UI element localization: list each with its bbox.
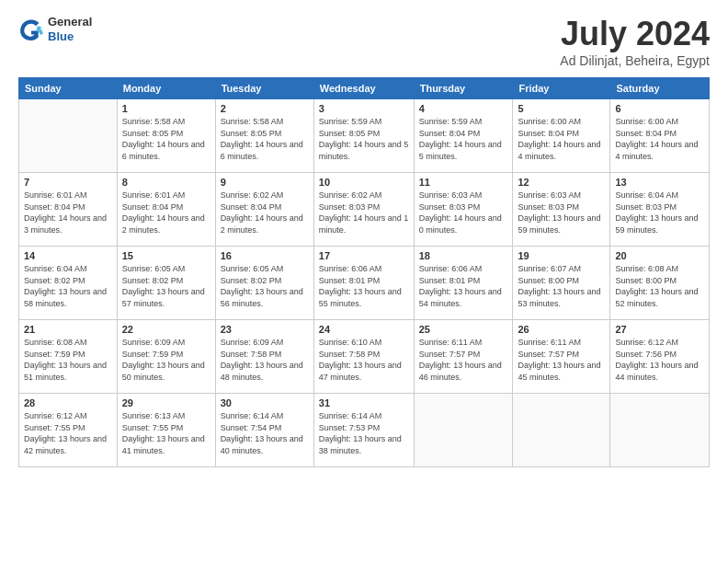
day-info: Sunrise: 6:08 AM Sunset: 8:00 PM Dayligh… [615, 263, 704, 309]
day-number: 16 [221, 250, 309, 261]
calendar-cell: 7Sunrise: 6:01 AM Sunset: 8:04 PM Daylig… [19, 173, 118, 247]
day-number: 13 [615, 177, 704, 188]
calendar-cell [414, 394, 513, 467]
day-number: 25 [419, 324, 508, 335]
calendar-cell: 19Sunrise: 6:07 AM Sunset: 8:00 PM Dayli… [513, 247, 610, 320]
logo: General Blue [18, 15, 92, 43]
calendar-cell: 17Sunrise: 6:06 AM Sunset: 8:01 PM Dayli… [313, 247, 414, 320]
day-number: 1 [122, 103, 210, 114]
col-sunday: Sunday [19, 78, 118, 99]
calendar-cell: 23Sunrise: 6:09 AM Sunset: 7:58 PM Dayli… [215, 320, 313, 394]
calendar-cell: 9Sunrise: 6:02 AM Sunset: 8:04 PM Daylig… [215, 173, 313, 247]
calendar-week-row: 7Sunrise: 6:01 AM Sunset: 8:04 PM Daylig… [19, 173, 710, 247]
day-number: 20 [615, 250, 704, 261]
day-number: 10 [319, 177, 409, 188]
day-number: 8 [122, 177, 210, 188]
logo-icon [18, 17, 44, 42]
page: General Blue July 2024 Ad Dilinjat, Behe… [0, 0, 728, 563]
month-title: July 2024 [560, 15, 710, 53]
day-number: 6 [615, 103, 704, 114]
title-section: July 2024 Ad Dilinjat, Beheira, Egypt [560, 15, 710, 68]
calendar-cell: 5Sunrise: 6:00 AM Sunset: 8:04 PM Daylig… [513, 99, 610, 173]
day-info: Sunrise: 6:01 AM Sunset: 8:04 PM Dayligh… [24, 190, 112, 236]
calendar-cell: 12Sunrise: 6:03 AM Sunset: 8:03 PM Dayli… [513, 173, 610, 247]
day-info: Sunrise: 6:00 AM Sunset: 8:04 PM Dayligh… [518, 116, 605, 162]
day-info: Sunrise: 5:58 AM Sunset: 8:05 PM Dayligh… [122, 116, 210, 162]
col-monday: Monday [117, 78, 215, 99]
calendar-cell: 28Sunrise: 6:12 AM Sunset: 7:55 PM Dayli… [19, 394, 118, 467]
calendar-cell: 4Sunrise: 5:59 AM Sunset: 8:04 PM Daylig… [414, 99, 513, 173]
calendar-cell: 29Sunrise: 6:13 AM Sunset: 7:55 PM Dayli… [117, 394, 215, 467]
day-info: Sunrise: 6:06 AM Sunset: 8:01 PM Dayligh… [419, 263, 508, 309]
col-tuesday: Tuesday [215, 78, 313, 99]
col-wednesday: Wednesday [313, 78, 414, 99]
calendar-cell: 24Sunrise: 6:10 AM Sunset: 7:58 PM Dayli… [313, 320, 414, 394]
header: General Blue July 2024 Ad Dilinjat, Behe… [18, 15, 710, 68]
day-number: 3 [319, 103, 409, 114]
day-info: Sunrise: 6:09 AM Sunset: 7:59 PM Dayligh… [122, 337, 210, 383]
logo-blue: Blue [48, 29, 92, 44]
day-info: Sunrise: 5:59 AM Sunset: 8:04 PM Dayligh… [419, 116, 508, 162]
day-number: 4 [419, 103, 508, 114]
calendar-cell: 18Sunrise: 6:06 AM Sunset: 8:01 PM Dayli… [414, 247, 513, 320]
calendar-cell: 10Sunrise: 6:02 AM Sunset: 8:03 PM Dayli… [313, 173, 414, 247]
day-info: Sunrise: 6:08 AM Sunset: 7:59 PM Dayligh… [24, 337, 112, 383]
day-number: 26 [518, 324, 605, 335]
day-info: Sunrise: 6:06 AM Sunset: 8:01 PM Dayligh… [319, 263, 409, 309]
calendar-cell [513, 394, 610, 467]
calendar-week-row: 21Sunrise: 6:08 AM Sunset: 7:59 PM Dayli… [19, 320, 710, 394]
day-number: 19 [518, 250, 605, 261]
calendar-cell: 11Sunrise: 6:03 AM Sunset: 8:03 PM Dayli… [414, 173, 513, 247]
calendar-cell: 1Sunrise: 5:58 AM Sunset: 8:05 PM Daylig… [117, 99, 215, 173]
calendar-cell: 2Sunrise: 5:58 AM Sunset: 8:05 PM Daylig… [215, 99, 313, 173]
day-info: Sunrise: 6:05 AM Sunset: 8:02 PM Dayligh… [122, 263, 210, 309]
day-number: 22 [122, 324, 210, 335]
day-info: Sunrise: 6:04 AM Sunset: 8:02 PM Dayligh… [24, 263, 112, 309]
day-number: 30 [221, 397, 309, 408]
calendar-cell: 25Sunrise: 6:11 AM Sunset: 7:57 PM Dayli… [414, 320, 513, 394]
col-thursday: Thursday [414, 78, 513, 99]
day-info: Sunrise: 6:05 AM Sunset: 8:02 PM Dayligh… [221, 263, 309, 309]
day-info: Sunrise: 6:14 AM Sunset: 7:53 PM Dayligh… [319, 410, 409, 456]
day-number: 15 [122, 250, 210, 261]
day-info: Sunrise: 5:58 AM Sunset: 8:05 PM Dayligh… [221, 116, 309, 162]
day-number: 27 [615, 324, 704, 335]
calendar-cell: 6Sunrise: 6:00 AM Sunset: 8:04 PM Daylig… [610, 99, 710, 173]
day-number: 29 [122, 397, 210, 408]
day-number: 28 [24, 397, 112, 408]
day-info: Sunrise: 6:07 AM Sunset: 8:00 PM Dayligh… [518, 263, 605, 309]
day-info: Sunrise: 6:09 AM Sunset: 7:58 PM Dayligh… [221, 337, 309, 383]
day-number: 5 [518, 103, 605, 114]
day-number: 11 [419, 177, 508, 188]
calendar-cell: 21Sunrise: 6:08 AM Sunset: 7:59 PM Dayli… [19, 320, 118, 394]
day-info: Sunrise: 6:11 AM Sunset: 7:57 PM Dayligh… [419, 337, 508, 383]
day-info: Sunrise: 6:12 AM Sunset: 7:56 PM Dayligh… [615, 337, 704, 383]
day-info: Sunrise: 6:11 AM Sunset: 7:57 PM Dayligh… [518, 337, 605, 383]
day-info: Sunrise: 6:02 AM Sunset: 8:04 PM Dayligh… [221, 190, 309, 236]
day-number: 17 [319, 250, 409, 261]
calendar-cell: 30Sunrise: 6:14 AM Sunset: 7:54 PM Dayli… [215, 394, 313, 467]
calendar-cell: 31Sunrise: 6:14 AM Sunset: 7:53 PM Dayli… [313, 394, 414, 467]
calendar-week-row: 1Sunrise: 5:58 AM Sunset: 8:05 PM Daylig… [19, 99, 710, 173]
day-number: 7 [24, 177, 112, 188]
logo-text: General Blue [48, 15, 92, 43]
calendar-cell: 16Sunrise: 6:05 AM Sunset: 8:02 PM Dayli… [215, 247, 313, 320]
day-info: Sunrise: 6:01 AM Sunset: 8:04 PM Dayligh… [122, 190, 210, 236]
calendar-week-row: 28Sunrise: 6:12 AM Sunset: 7:55 PM Dayli… [19, 394, 710, 467]
day-number: 9 [221, 177, 309, 188]
day-info: Sunrise: 6:00 AM Sunset: 8:04 PM Dayligh… [615, 116, 704, 162]
day-info: Sunrise: 6:10 AM Sunset: 7:58 PM Dayligh… [319, 337, 409, 383]
day-number: 2 [221, 103, 309, 114]
day-number: 18 [419, 250, 508, 261]
calendar-cell: 15Sunrise: 6:05 AM Sunset: 8:02 PM Dayli… [117, 247, 215, 320]
day-number: 23 [221, 324, 309, 335]
logo-general: General [48, 15, 92, 29]
day-info: Sunrise: 6:14 AM Sunset: 7:54 PM Dayligh… [221, 410, 309, 456]
calendar-cell: 26Sunrise: 6:11 AM Sunset: 7:57 PM Dayli… [513, 320, 610, 394]
calendar-cell [610, 394, 710, 467]
col-friday: Friday [513, 78, 610, 99]
calendar-cell: 3Sunrise: 5:59 AM Sunset: 8:05 PM Daylig… [313, 99, 414, 173]
location: Ad Dilinjat, Beheira, Egypt [560, 53, 710, 68]
day-info: Sunrise: 6:13 AM Sunset: 7:55 PM Dayligh… [122, 410, 210, 456]
calendar-cell: 27Sunrise: 6:12 AM Sunset: 7:56 PM Dayli… [610, 320, 710, 394]
